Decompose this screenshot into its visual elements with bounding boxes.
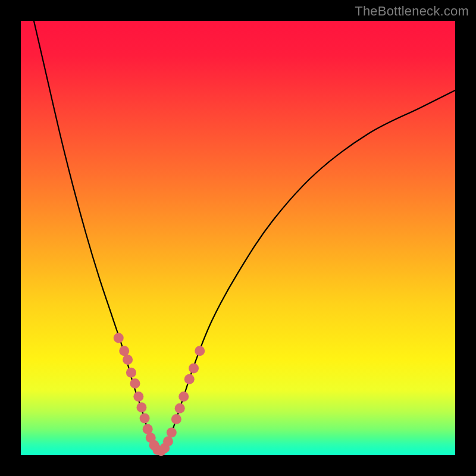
sample-dot [167,428,177,438]
sample-dot [126,368,136,378]
sample-dot [130,378,140,389]
sample-dot [171,414,181,424]
line-right-path [160,90,455,455]
sample-dot [123,355,133,365]
outer-frame: TheBottleneck.com [0,0,476,476]
sample-dot [140,413,150,423]
line-left-path [34,21,160,455]
sample-dot [143,424,153,434]
sample-dot [195,346,205,356]
sample-dot [189,364,199,374]
curve-svg [21,21,455,455]
sample-dot [119,346,129,356]
sample-dot [133,392,143,402]
sample-dot [114,333,124,343]
plot-area [21,21,455,455]
sample-dot [175,403,185,414]
sample-dot [136,402,146,412]
sample-dots-group [114,333,205,456]
line-right-branch [160,90,455,455]
sample-dot [184,374,195,384]
line-left-branch [34,21,160,455]
sample-dot [163,436,173,446]
sample-dot [178,392,189,402]
watermark-text: TheBottleneck.com [355,4,469,19]
